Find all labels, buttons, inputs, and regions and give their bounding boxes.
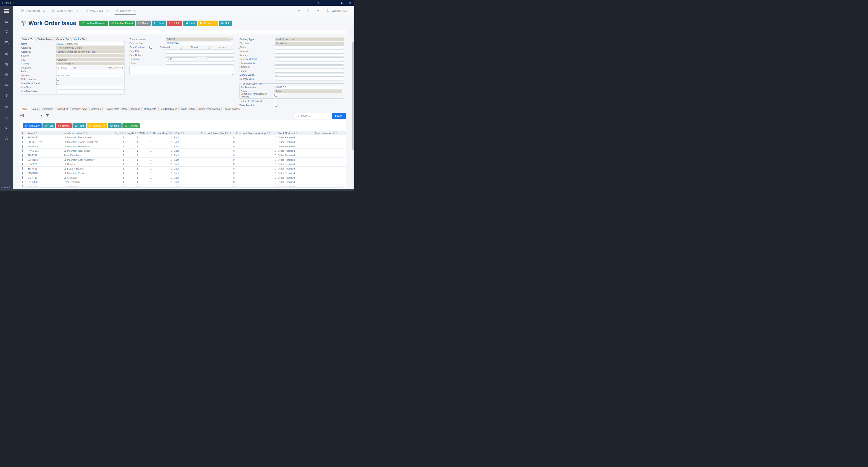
search-button[interactable]: Search — [332, 113, 346, 119]
column-filter-icon[interactable] — [335, 132, 337, 135]
delivery-date-field[interactable] — [165, 41, 234, 45]
confirm-delivered-button[interactable]: Confirm Delivered — [79, 21, 108, 26]
date-delivered-field[interactable] — [165, 53, 234, 57]
actions-button[interactable]: Actions▼ — [198, 21, 218, 26]
phone-field[interactable] — [107, 66, 124, 69]
row-checkbox[interactable] — [22, 181, 23, 183]
grid-refresh-button[interactable]: Refresh — [122, 123, 140, 128]
delivery-notes-textarea[interactable] — [129, 66, 234, 75]
sort-icon[interactable] — [333, 132, 334, 135]
column-filter-icon[interactable] — [296, 132, 298, 135]
override-in-transit-checkbox[interactable] — [56, 82, 59, 85]
grid-add-new-button[interactable]: Add New — [23, 123, 41, 128]
location-field[interactable] — [56, 74, 124, 77]
table-row[interactable]: HS-0296LL Headset1111Each00Order Require… — [20, 162, 346, 167]
detail-tab-delivery-date-history[interactable]: Delivery Date History — [103, 107, 129, 111]
address-tab-deliver-to[interactable]: Deliver To — [20, 37, 35, 41]
table-row[interactable]: FR-M21B-42LL Mountain Frame - Black, 421… — [20, 140, 346, 144]
detail-tab-test-certificates[interactable]: Test Certificates — [158, 107, 179, 111]
column-header-from-location[interactable]: From Location — [314, 132, 341, 135]
inco-term-field[interactable] — [56, 86, 124, 89]
column-header-width[interactable]: Width — [139, 132, 152, 135]
sort-icon[interactable] — [168, 132, 170, 135]
picked-checkbox[interactable] — [208, 46, 211, 49]
detail-tab-notes-list[interactable]: Notes List — [56, 107, 70, 111]
country-field[interactable] — [56, 62, 124, 65]
detail-tab-pickings[interactable]: Pickings — [129, 107, 142, 111]
purchasing-icon[interactable] — [4, 61, 9, 66]
confirm-picked-button[interactable]: Confirm Picked — [109, 21, 135, 26]
row-checkbox[interactable] — [22, 163, 23, 166]
date-picked-field[interactable] — [165, 50, 234, 53]
name-field[interactable] — [56, 42, 124, 46]
apps-grid-icon[interactable] — [307, 9, 311, 13]
detail-tab-documents[interactable]: Documents — [142, 107, 158, 111]
user-avatar-icon[interactable] — [326, 9, 330, 13]
tab-close-icon[interactable]: X — [134, 9, 135, 12]
manual-weight-field[interactable] — [275, 73, 344, 77]
select-all-checkbox[interactable] — [22, 132, 23, 135]
delivery-value-field[interactable] — [275, 77, 344, 81]
meetings-icon[interactable] — [4, 115, 9, 120]
grid-help-button[interactable]: Help — [108, 123, 122, 128]
column-header-outstanding[interactable]: Outstanding — [152, 132, 173, 135]
analytics-icon[interactable] — [4, 51, 9, 56]
owner-field[interactable] — [275, 89, 342, 93]
minimize-button[interactable]: — — [330, 0, 338, 6]
column-header-item[interactable]: Item — [27, 132, 63, 135]
quality-icon[interactable] — [4, 93, 9, 98]
detail-tab-stock-postings[interactable]: Stock Postings — [222, 107, 241, 111]
status-field[interactable] — [275, 46, 344, 49]
grid-print-button[interactable]: Print — [72, 123, 86, 128]
hamburger-menu-icon[interactable] — [4, 8, 9, 14]
sort-icon[interactable] — [119, 132, 121, 135]
column-filter-icon[interactable] — [137, 132, 139, 135]
stage-field[interactable] — [165, 61, 234, 65]
chevron-down-icon[interactable]: ▼ — [40, 115, 42, 117]
collapsed-info-bar[interactable] — [20, 30, 346, 34]
delivered-checkbox[interactable] — [180, 46, 183, 49]
row-checkbox[interactable] — [22, 136, 23, 139]
address-tab-invoice-to[interactable]: Invoice To — [71, 37, 87, 41]
detail-tab-stage-history[interactable]: Stage History — [179, 107, 197, 111]
horizontal-scrollbar[interactable] — [21, 186, 345, 188]
complete-transaction-checkbox[interactable] — [275, 94, 277, 96]
delivery-method-field[interactable] — [275, 57, 344, 61]
fao-field[interactable] — [56, 70, 124, 73]
search-input[interactable] — [299, 114, 332, 117]
table-row[interactable]: RW-M423LL Mountain Rear Wheel1111Each00O… — [20, 149, 346, 153]
goods-in-icon[interactable] — [4, 72, 9, 77]
table-row[interactable]: HB-M243LL Mountain Handlebars1111Each00O… — [20, 144, 346, 149]
currency-field[interactable] — [165, 57, 197, 61]
close-window-button[interactable]: ✕ — [346, 0, 354, 6]
address1-field[interactable] — [56, 46, 124, 50]
tab-close-icon[interactable]: X — [76, 9, 78, 12]
courier-field[interactable] — [275, 69, 344, 72]
tab-delivery[interactable]: DeliveryX — [115, 7, 136, 14]
table-row[interactable]: CS-4759LL Crankset1111Each00Order Requir… — [20, 175, 346, 180]
date-confirmed-checkbox[interactable] — [149, 46, 152, 49]
undo-button[interactable]: Undo — [152, 21, 166, 26]
address2-field[interactable] — [56, 50, 124, 53]
detail-tab-notes[interactable]: Notes — [30, 107, 39, 111]
sort-icon[interactable] — [147, 132, 149, 135]
inco-destination-field[interactable] — [56, 89, 124, 93]
sort-icon[interactable] — [180, 132, 182, 135]
column-header-uom[interactable]: UOM — [173, 132, 200, 135]
suburb-field[interactable] — [56, 54, 124, 57]
row-checkbox[interactable] — [22, 154, 23, 157]
column-header-reserved-from-incoming[interactable]: Reserved From Incoming — [235, 132, 277, 135]
column-header-qty[interactable]: Qty — [114, 132, 125, 135]
open-transaction-icon[interactable]: ⇨ — [230, 37, 234, 41]
table-row[interactable]: BB-7421LL Bottom Bracket1111Each00Order … — [20, 167, 346, 171]
settings-gear-icon[interactable] — [316, 9, 320, 13]
stock-icon[interactable] — [4, 104, 9, 109]
table-row[interactable]: RD-2308Rear Derailleur1111Each00Order Re… — [20, 180, 346, 184]
column-header-i[interactable]: I — [341, 132, 346, 135]
delivery-type-field[interactable] — [275, 37, 344, 41]
column-filter-icon[interactable] — [229, 132, 231, 135]
address-tab-ordered-by[interactable]: Ordered By — [54, 37, 71, 41]
browser-menu-icon[interactable]: ⋮ — [322, 0, 330, 6]
shipping-method-field[interactable] — [275, 61, 344, 65]
sort-icon[interactable] — [267, 132, 268, 135]
